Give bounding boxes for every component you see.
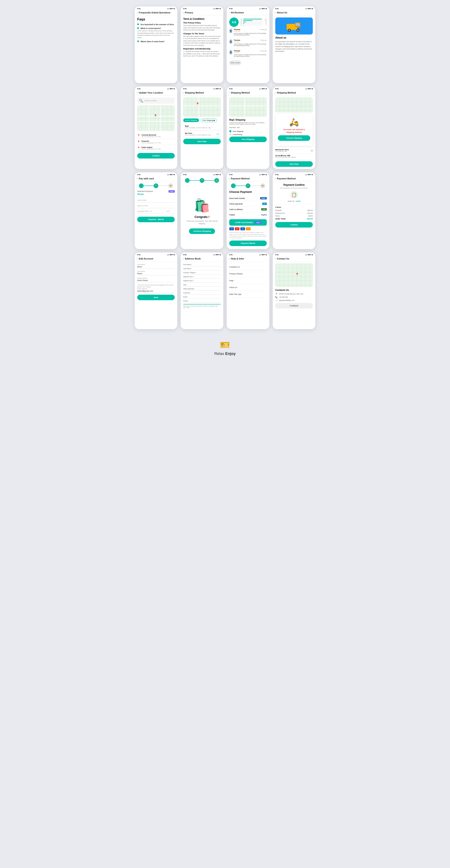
back-button[interactable]: ‹ [229, 11, 230, 14]
payment-option-bank[interactable]: Direct bank transfer BANK [229, 195, 267, 201]
bar-4: 4 100 [241, 20, 267, 21]
back-button[interactable]: ‹ [275, 178, 275, 180]
payment-option-check[interactable]: Check payments CK [229, 201, 267, 207]
shipping-choice-pickup[interactable]: Local Pickup [229, 133, 267, 135]
edit-link-barpave[interactable]: Edit [217, 133, 219, 135]
addr-line1[interactable]: Address line 1* [183, 276, 221, 278]
back-button[interactable]: ‹ [183, 257, 183, 260]
status-icons: ▲ WiFi ■ [259, 254, 267, 256]
shipping-option-bigc[interactable]: BigC Via D, Annetable, SL 8419 Pilgott S… [183, 124, 221, 130]
step-3: 💳 [260, 183, 265, 188]
payment-button[interactable]: Payment - $99.00 [137, 217, 175, 222]
help-item-rate[interactable]: Rate This App › [229, 291, 267, 298]
feedback-button[interactable]: Feedback [275, 303, 313, 308]
addr-city[interactable]: City* [183, 284, 221, 286]
addr-state[interactable]: State (optional) [183, 288, 221, 290]
card-number-field[interactable]: Card number [137, 198, 175, 203]
confirm-button[interactable]: Confirm [137, 153, 175, 158]
back-button[interactable]: ‹ [275, 11, 275, 14]
back-button[interactable]: ‹ [137, 257, 138, 260]
location-item-0[interactable]: 📍 Colonial Memorial 24y-42, Woodbourne, … [137, 133, 175, 139]
reviewer-info-0: Thomas 15 day ago ★★★★★ Lorem Ipsum is s… [234, 29, 267, 36]
addr-phone[interactable]: Phone [183, 300, 221, 303]
display-name-field[interactable]: Display Name Demo React [137, 277, 175, 282]
free-shipping-button[interactable]: Free Shipping [229, 136, 267, 142]
addr-last-name[interactable]: Last Name * [183, 268, 221, 270]
status-bar-ship-alert: 9:41 ▲ WiFi ■ [273, 87, 316, 91]
contacts-title: Contacts Us [275, 289, 313, 291]
back-button[interactable]: ‹ [275, 92, 275, 94]
map-grid [229, 98, 267, 117]
payment-name-bank: Direct bank transfer [229, 197, 245, 199]
addr-country[interactable]: Country / Region * [183, 272, 221, 274]
back-button[interactable]: ‹ [229, 92, 230, 94]
store-addr-0: 22 Khuất Duy Tiến [275, 151, 289, 152]
map-grid-contact [275, 264, 313, 287]
wifi-icon: WiFi [307, 88, 311, 90]
radio-pickup[interactable] [229, 133, 231, 135]
cvc-field[interactable]: CVC [166, 209, 175, 214]
addr-first-name[interactable]: First Name * [183, 264, 221, 266]
step-2: 📦 [246, 183, 250, 188]
save-button[interactable]: Save [137, 294, 175, 300]
addr-line2[interactable]: Address line 2 [183, 280, 221, 282]
payment-option-cod[interactable]: Cash on delivery COD [229, 207, 267, 212]
back-button[interactable]: ‹ [137, 178, 138, 180]
option-name-barpave: Bar Pave [185, 132, 211, 134]
pay-total-button[interactable]: Payment $99.00 [229, 241, 267, 246]
order-summary: 2 Items Subtotal $80.00 Delivery Fee $10… [275, 204, 313, 220]
shipping-option-barpave[interactable]: Bar Pave Via D, Annetable, SL 8419 Pilgo… [183, 131, 221, 137]
back-button[interactable]: ‹ [275, 257, 275, 260]
help-item-about[interactable]: About Us › [229, 284, 267, 291]
payment-option-paypal[interactable]: Paypal PayPal [229, 212, 267, 218]
help-item-privacy[interactable]: Privacy Policies › [229, 270, 267, 277]
name-on-card-field[interactable]: Name on Card [137, 204, 175, 208]
location-item-1[interactable]: 📍 Financial 24V-42, Woodbourne, NY 1755 [137, 139, 175, 145]
confirm-action-button[interactable]: Confirm [275, 222, 313, 227]
addr-postcode[interactable]: Postcode [183, 292, 221, 294]
back-button[interactable]: ‹ [137, 11, 138, 14]
shipping-tab-free[interactable]: Free Shipping ▶ [201, 119, 217, 122]
back-button[interactable]: ‹ [229, 257, 230, 260]
map-grid [137, 105, 175, 131]
location-item-2[interactable]: 📍 Kalter Kaplan 24V-42, Woodbourne, NY 1… [137, 145, 175, 151]
bar-fill-5 [243, 19, 262, 20]
write-review-button[interactable]: Write review [229, 61, 241, 65]
last-name-field[interactable]: Last Name React [137, 270, 175, 276]
shipping-tab-select[interactable]: Select Shipping [183, 119, 199, 122]
shipping-choice-free[interactable]: Free Shipping [229, 130, 267, 132]
progress-steps-pm: 📍 📦 💳 [229, 183, 267, 188]
time: 9:41 [229, 88, 233, 90]
faq-item-2[interactable]: Where does it come from? [137, 40, 175, 42]
search-bar[interactable]: 🔍 Search Location [137, 98, 175, 104]
faq-item-1[interactable]: What is Lorem Ipsum? Lorem Ipsum is simp… [137, 27, 175, 39]
radio-free[interactable] [229, 130, 231, 132]
next-step-button-alert[interactable]: Next Step [275, 161, 313, 167]
location-name-0: Colonial Memorial [142, 134, 160, 136]
back-button[interactable]: ‹ [183, 92, 183, 94]
help-item-faqs[interactable]: Faqs › [229, 277, 267, 284]
nav-title: All Reviews [231, 11, 244, 14]
first-name-label: First Name [137, 264, 175, 266]
choose-payment-title: Choose Payment [229, 190, 267, 193]
congrats-screen: 9:41 ▲ WiFi ■ 📍 📦 💳 🛍️ Congrats ! Thank … [181, 173, 223, 249]
help-item-contacts[interactable]: Contacts Us › [229, 264, 267, 270]
wifi-icon: WiFi [262, 88, 265, 90]
bar-3: 3 30 [241, 22, 267, 23]
back-button[interactable]: ‹ [229, 178, 230, 180]
first-name-field[interactable]: First Name demo [137, 264, 175, 269]
next-step-button[interactable]: Next Step [183, 139, 221, 144]
last-name-value: React [137, 273, 175, 276]
addr-email[interactable]: Email [183, 296, 221, 299]
email-field[interactable]: Email address admin@gmail.com [137, 288, 175, 293]
credit-card-button[interactable]: Credit Card (Stripe) stripe [229, 219, 267, 226]
credit-card-label: Credit Card (Stripe) [235, 221, 253, 223]
battery-icon: ■ [266, 174, 267, 176]
back-button[interactable]: ‹ [137, 92, 138, 94]
back-button[interactable]: ‹ [183, 11, 183, 14]
continue-shopping-button[interactable]: Continue Shopping [189, 228, 215, 234]
status-bar-edit: 9:41 ▲ WiFi ■ [134, 252, 177, 256]
battery-icon: ■ [220, 88, 221, 90]
choose-shipping-button[interactable]: Choose Shipping [278, 135, 310, 141]
expiration-field[interactable]: Expiration (MM / YY) [137, 209, 164, 214]
